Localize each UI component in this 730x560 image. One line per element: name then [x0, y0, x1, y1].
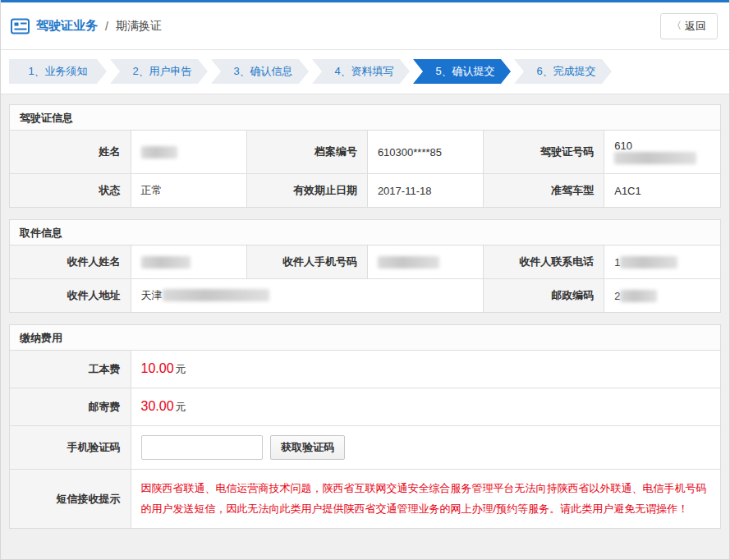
section-title-fees: 缴纳费用 — [10, 325, 720, 351]
breadcrumb-current: 期满换证 — [116, 19, 162, 34]
status-label: 状态 — [10, 174, 131, 208]
table-row: 手机验证码 获取验证码 — [10, 426, 720, 470]
production-fee-amount: 10.00 — [141, 361, 174, 375]
recipient-name-label: 收件人姓名 — [10, 246, 131, 279]
license-number-text: 610 — [614, 140, 632, 152]
main-content: 驾驶证信息 姓名 档案编号 610300****85 驾驶证号码 610 状态 … — [1, 94, 729, 559]
recipient-name-value — [131, 246, 246, 279]
fees-table: 工本费 10.00元 邮寄费 30.00元 手机验证码 获取验证码 短信接收提示 — [10, 351, 720, 528]
postal-code-text: 2 — [614, 290, 620, 302]
recipient-address-label: 收件人地址 — [10, 279, 131, 313]
breadcrumb-separator: / — [105, 20, 108, 33]
table-row: 短信接收提示 因陕西省联通、电信运营商技术问题，陕西省互联网交通安全综合服务管理… — [10, 470, 720, 529]
step-6-complete-submit[interactable]: 6、完成提交 — [514, 59, 612, 84]
redacted-recipient-address — [163, 289, 269, 301]
step-navigation: 1、业务须知 2、用户申告 3、确认信息 4、资料填写 5、确认提交 6、完成提… — [1, 50, 729, 94]
mailing-fee-value: 30.00元 — [131, 388, 720, 426]
redacted-recipient-mobile — [378, 256, 439, 269]
redacted-recipient-phone — [620, 256, 677, 269]
footer-actions: 上一步 完成 — [9, 540, 721, 559]
status-value: 正常 — [131, 174, 246, 208]
license-info-section: 驾驶证信息 姓名 档案编号 610300****85 驾驶证号码 610 状态 … — [9, 104, 721, 208]
redacted-recipient-name — [141, 256, 191, 269]
table-row: 邮寄费 30.00元 — [10, 388, 720, 426]
mailing-fee-unit: 元 — [176, 401, 186, 413]
recipient-phone-text: 1 — [614, 256, 620, 269]
name-label: 姓名 — [10, 131, 131, 174]
mailing-fee-amount: 30.00 — [141, 399, 174, 413]
mailing-fee-label: 邮寄费 — [10, 388, 131, 426]
back-button-label: 返回 — [685, 19, 706, 34]
license-number-value: 610 — [604, 131, 720, 174]
license-info-table: 姓名 档案编号 610300****85 驾驶证号码 610 状态 正常 有效期… — [10, 131, 720, 207]
pickup-info-section: 取件信息 收件人姓名 收件人手机号码 收件人联系电话 1 收件人地址 天津 邮政… — [9, 219, 721, 313]
recipient-mobile-label: 收件人手机号码 — [246, 246, 367, 279]
table-row: 状态 正常 有效期止日期 2017-11-18 准驾车型 A1C1 — [10, 174, 720, 208]
table-row: 工本费 10.00元 — [10, 351, 720, 388]
file-number-value: 610300****85 — [367, 131, 483, 174]
table-row: 姓名 档案编号 610300****85 驾驶证号码 610 — [10, 131, 720, 174]
license-business-icon — [11, 18, 30, 34]
sms-notice-label: 短信接收提示 — [10, 470, 131, 529]
vehicle-class-value: A1C1 — [604, 174, 720, 208]
back-button[interactable]: 〈 返回 — [660, 13, 718, 39]
expiry-label: 有效期止日期 — [246, 174, 367, 208]
name-value — [131, 131, 246, 174]
file-number-label: 档案编号 — [246, 131, 367, 174]
sms-code-cell: 获取验证码 — [131, 426, 720, 470]
production-fee-label: 工本费 — [10, 351, 131, 388]
sms-notice-text: 因陕西省联通、电信运营商技术问题，陕西省互联网交通安全综合服务管理平台无法向持陕… — [141, 479, 710, 519]
recipient-address-text: 天津 — [141, 289, 163, 301]
page-title: 驾驶证业务 — [36, 18, 98, 34]
recipient-address-value: 天津 — [131, 279, 484, 313]
table-row: 收件人地址 天津 邮政编码 2 — [10, 279, 720, 313]
pickup-info-table: 收件人姓名 收件人手机号码 收件人联系电话 1 收件人地址 天津 邮政编码 2 — [10, 246, 720, 312]
postal-code-value: 2 — [604, 279, 720, 313]
license-number-label: 驾驶证号码 — [484, 131, 604, 174]
sms-code-input[interactable] — [141, 435, 263, 460]
vehicle-class-label: 准驾车型 — [484, 174, 604, 208]
back-chevron-icon: 〈 — [672, 19, 682, 33]
step-3-confirm-info[interactable]: 3、确认信息 — [211, 59, 309, 84]
step-4-fill-data[interactable]: 4、资料填写 — [312, 59, 410, 84]
fees-section: 缴纳费用 工本费 10.00元 邮寄费 30.00元 手机验证码 获取验证码 — [9, 324, 721, 529]
step-2-user-declaration[interactable]: 2、用户申告 — [110, 59, 208, 84]
production-fee-unit: 元 — [176, 363, 186, 375]
page-container: 驾驶证业务 / 期满换证 〈 返回 1、业务须知 2、用户申告 3、确认信息 4… — [0, 0, 730, 560]
section-title-license: 驾驶证信息 — [10, 105, 720, 131]
production-fee-value: 10.00元 — [131, 351, 720, 388]
sms-notice-cell: 因陕西省联通、电信运营商技术问题，陕西省互联网交通安全综合服务管理平台无法向持陕… — [131, 470, 720, 529]
sms-code-label: 手机验证码 — [10, 426, 131, 470]
get-code-button[interactable]: 获取验证码 — [270, 435, 345, 460]
recipient-phone-value: 1 — [604, 246, 720, 279]
redacted-license-number — [614, 152, 696, 164]
redacted-postal-code — [620, 290, 657, 302]
postal-code-label: 邮政编码 — [484, 279, 604, 313]
breadcrumb: 驾驶证业务 / 期满换证 — [11, 18, 162, 34]
redacted-name — [141, 146, 177, 158]
page-header: 驾驶证业务 / 期满换证 〈 返回 — [1, 2, 729, 50]
expiry-value: 2017-11-18 — [367, 174, 483, 208]
table-row: 收件人姓名 收件人手机号码 收件人联系电话 1 — [10, 246, 720, 279]
step-1-business-notice[interactable]: 1、业务须知 — [9, 59, 107, 84]
step-5-confirm-submit[interactable]: 5、确认提交 — [413, 59, 511, 84]
recipient-phone-label: 收件人联系电话 — [484, 246, 604, 279]
section-title-pickup: 取件信息 — [10, 220, 720, 246]
recipient-mobile-value — [367, 246, 483, 279]
